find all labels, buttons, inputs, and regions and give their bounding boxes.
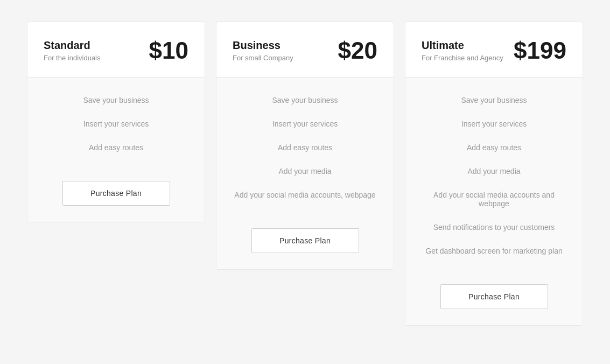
plan-name-business: Business bbox=[233, 39, 293, 52]
feature-item: Add easy routes bbox=[44, 136, 188, 159]
feature-item: Add your media bbox=[422, 159, 566, 183]
plan-description-standard: For the individuals bbox=[44, 54, 101, 62]
feature-item: Add your social media accounts, webpage bbox=[233, 183, 377, 207]
plan-body-standard: Save your businessInsert your servicesAd… bbox=[27, 78, 205, 222]
feature-item: Get dashboard screen for marketing plan bbox=[422, 239, 566, 263]
plan-card-standard: StandardFor the individuals$10Save your … bbox=[27, 22, 205, 222]
feature-item: Insert your services bbox=[422, 112, 566, 136]
feature-item: Add your media bbox=[233, 159, 377, 183]
purchase-button-ultimate[interactable]: Purchase Plan bbox=[440, 284, 548, 309]
feature-item: Send notifications to your customers bbox=[422, 215, 566, 239]
feature-item: Add easy routes bbox=[422, 136, 566, 159]
plan-info-ultimate: UltimateFor Franchise and Agency bbox=[422, 39, 503, 62]
features-list-standard: Save your businessInsert your servicesAd… bbox=[44, 88, 188, 159]
plan-body-business: Save your businessInsert your servicesAd… bbox=[216, 78, 394, 269]
feature-item: Save your business bbox=[233, 88, 377, 112]
purchase-button-business[interactable]: Purchase Plan bbox=[251, 228, 359, 253]
feature-item: Save your business bbox=[44, 88, 188, 112]
plan-info-standard: StandardFor the individuals bbox=[44, 39, 101, 62]
plan-card-business: BusinessFor small Company$20Save your bu… bbox=[216, 22, 394, 270]
plan-price-business: $20 bbox=[338, 37, 377, 64]
plan-name-standard: Standard bbox=[44, 39, 101, 52]
plan-info-business: BusinessFor small Company bbox=[233, 39, 293, 62]
plan-card-ultimate: UltimateFor Franchise and Agency$199Save… bbox=[405, 22, 583, 326]
feature-item: Save your business bbox=[422, 88, 566, 112]
feature-item: Add easy routes bbox=[233, 136, 377, 159]
plan-description-ultimate: For Franchise and Agency bbox=[422, 54, 503, 62]
pricing-container: StandardFor the individuals$10Save your … bbox=[11, 11, 599, 337]
plan-price-ultimate: $199 bbox=[514, 37, 566, 64]
features-list-ultimate: Save your businessInsert your servicesAd… bbox=[422, 88, 566, 263]
plan-header-business: BusinessFor small Company$20 bbox=[216, 22, 394, 78]
plan-body-ultimate: Save your businessInsert your servicesAd… bbox=[405, 78, 583, 325]
feature-item: Insert your services bbox=[233, 112, 377, 136]
feature-item: Insert your services bbox=[44, 112, 188, 136]
plan-description-business: For small Company bbox=[233, 54, 293, 62]
feature-item: Add your social media accounts and webpa… bbox=[422, 183, 566, 215]
plan-name-ultimate: Ultimate bbox=[422, 39, 503, 52]
plan-header-ultimate: UltimateFor Franchise and Agency$199 bbox=[405, 22, 583, 78]
features-list-business: Save your businessInsert your servicesAd… bbox=[233, 88, 377, 207]
plan-price-standard: $10 bbox=[149, 37, 188, 64]
purchase-button-standard[interactable]: Purchase Plan bbox=[62, 181, 170, 206]
plan-header-standard: StandardFor the individuals$10 bbox=[27, 22, 205, 78]
